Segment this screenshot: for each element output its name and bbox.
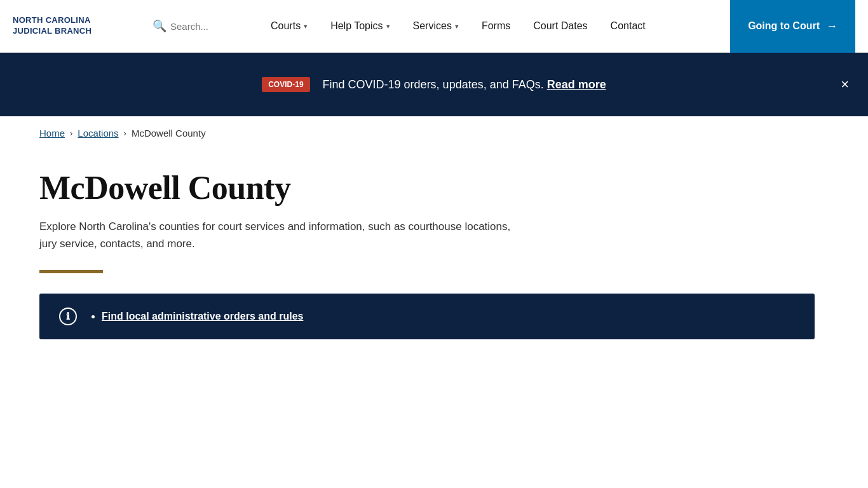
main-nav: Courts ▾ Help Topics ▾ Services ▾ Forms … — [259, 0, 730, 53]
breadcrumb: Home › Locations › McDowell County — [0, 116, 868, 150]
nav-court-dates[interactable]: Court Dates — [522, 0, 599, 53]
divider-bar — [39, 270, 103, 273]
breadcrumb-home[interactable]: Home — [39, 128, 65, 139]
chevron-down-icon: ▾ — [386, 22, 390, 30]
info-box-list: Find local administrative orders and rul… — [90, 311, 303, 322]
breadcrumb-locations[interactable]: Locations — [78, 128, 118, 139]
banner-text: Find COVID-19 orders, updates, and FAQs.… — [323, 78, 606, 92]
close-banner-button[interactable]: × — [841, 76, 849, 93]
going-to-court-button[interactable]: Going to Court → — [730, 0, 855, 53]
nav-services-label: Services — [413, 20, 452, 32]
site-logo[interactable]: NORTH CAROLINA JUDICIAL BRANCH — [13, 15, 92, 37]
chevron-down-icon: ▾ — [455, 22, 459, 30]
banner-message: Find COVID-19 orders, updates, and FAQs. — [323, 78, 544, 91]
covid-banner: COVID-19 Find COVID-19 orders, updates, … — [0, 53, 868, 116]
site-header: NORTH CAROLINA JUDICIAL BRANCH 🔍 Courts … — [0, 0, 868, 53]
breadcrumb-current: McDowell County — [132, 128, 206, 139]
search-area: 🔍 — [153, 19, 247, 33]
nav-services[interactable]: Services ▾ — [402, 0, 470, 53]
arrow-right-icon: → — [826, 20, 837, 33]
logo-line2: JUDICIAL BRANCH — [13, 26, 92, 37]
search-icon[interactable]: 🔍 — [153, 19, 166, 33]
info-icon: ℹ — [58, 308, 78, 325]
list-item: Find local administrative orders and rul… — [102, 311, 303, 322]
chevron-down-icon: ▾ — [304, 22, 308, 30]
page-title: McDowell County — [39, 169, 829, 207]
breadcrumb-separator: › — [70, 128, 72, 138]
nav-contact[interactable]: Contact — [599, 0, 657, 53]
nav-help-topics-label: Help Topics — [330, 20, 383, 32]
logo-line1: NORTH CAROLINA — [13, 15, 92, 26]
page-description: Explore North Carolina's counties for co… — [39, 218, 522, 252]
nav-help-topics[interactable]: Help Topics ▾ — [319, 0, 401, 53]
nav-forms[interactable]: Forms — [470, 0, 522, 53]
admin-orders-link[interactable]: Find local administrative orders and rul… — [102, 311, 303, 322]
info-circle-icon: ℹ — [59, 308, 77, 325]
search-input[interactable] — [170, 21, 247, 32]
logo-area: NORTH CAROLINA JUDICIAL BRANCH — [13, 15, 146, 37]
nav-courts[interactable]: Courts ▾ — [259, 0, 319, 53]
going-to-court-label: Going to Court — [748, 20, 820, 32]
read-more-link[interactable]: Read more — [547, 78, 606, 91]
main-content: McDowell County Explore North Carolina's… — [0, 150, 868, 365]
breadcrumb-separator: › — [124, 128, 126, 138]
covid-badge: COVID-19 — [262, 77, 309, 92]
nav-courts-label: Courts — [271, 20, 301, 32]
info-box: ℹ Find local administrative orders and r… — [39, 294, 815, 339]
